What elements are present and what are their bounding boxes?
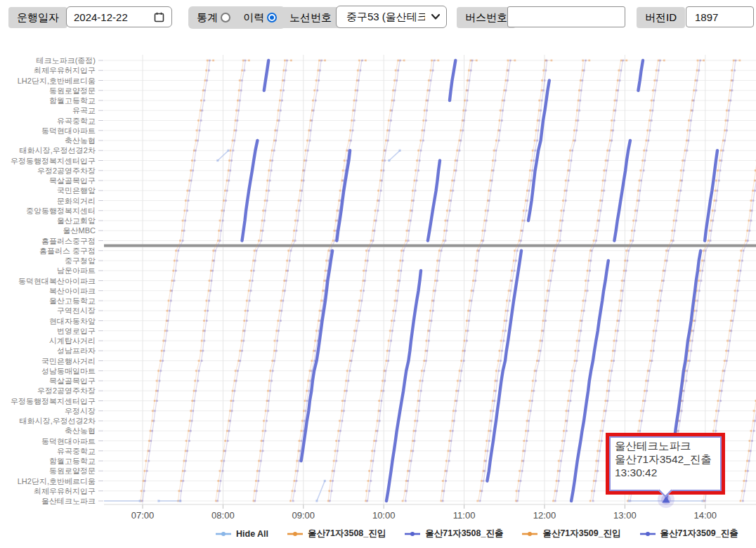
legend-item[interactable]: 울산71자3509_진입 [521, 528, 620, 540]
station-label: 목살골목입구 [0, 176, 96, 185]
station-label: 축산농협 [0, 136, 96, 145]
station-label: 동원로얄정문 [0, 466, 96, 476]
tooltip-series: 울산71자3542_진출 [615, 452, 716, 466]
station-label: 우정동행정복지센터입구 [0, 156, 96, 166]
legend-label: 울산71자3509_진출 [660, 528, 738, 540]
station-label: LH2단지,호반베르디움 [0, 76, 96, 86]
station-label: 울산교회앞 [0, 216, 96, 226]
legend-item[interactable]: 울산71자3509_진출 [639, 528, 738, 540]
legend-label: 울산71자3508_진출 [425, 528, 503, 540]
station-label: 번영로입구 [0, 326, 96, 336]
station-label: 문화의거리 [0, 196, 96, 206]
time-tick-label: 13:00 [602, 510, 647, 521]
time-tick-label: 14:00 [683, 510, 728, 521]
station-label: 국민은행앞 [0, 185, 96, 195]
legend-marker-icon [639, 530, 656, 538]
station-label: 남운아파트 [0, 266, 96, 275]
station-label: 중구청앞 [0, 256, 96, 266]
legend-label: 울산71자3508_진입 [308, 528, 386, 540]
time-tick-label: 11:00 [442, 510, 487, 521]
time-tick-label: 09:00 [281, 510, 326, 521]
legend-marker-icon [287, 530, 304, 538]
time-tick-label: 10:00 [361, 510, 406, 521]
station-label: 울산고등학교 [0, 296, 96, 306]
station-label: 유곡교 [0, 105, 96, 115]
station-label: 우정시장 [0, 406, 96, 416]
station-label: 축산농협 [0, 426, 96, 436]
tooltip-time: 13:30:42 [615, 466, 716, 479]
station-label: 최제우유허지입구 [0, 486, 96, 496]
legend-item[interactable]: Hide All [215, 529, 268, 539]
station-label: LH2단지,호반베르디움 [0, 476, 96, 486]
station-label: 울산MBC [0, 226, 96, 235]
station-label: 홈플러스중구점 [0, 236, 96, 246]
station-label: 태화시장,우정선경2차 [0, 416, 96, 426]
station-label: 현대자동차앞 [0, 316, 96, 326]
station-label: 목살골목입구 [0, 376, 96, 386]
station-label: 구역전시장 [0, 306, 96, 315]
station-label: 우정동행정복지센터입구 [0, 396, 96, 406]
station-label: 함월고등학교 [0, 96, 96, 105]
station-label: 태화시장,우정선경2차 [0, 145, 96, 155]
legend-marker-icon [521, 530, 538, 538]
legend-label: Hide All [236, 529, 268, 539]
legend-marker-icon [215, 530, 232, 538]
chart-legend: Hide All 울산71자3508_진입 울산71자3508_진출 울산71자… [215, 528, 756, 540]
station-label: 시계탑사거리 [0, 336, 96, 346]
station-label: 유곡중학교 [0, 116, 96, 126]
legend-item[interactable]: 울산71자3508_진입 [287, 528, 386, 540]
station-label: 복산아이파크 [0, 286, 96, 296]
station-label: 동원로얄정문 [0, 86, 96, 96]
station-label: 우정2공영주차장 [0, 386, 96, 396]
station-label: 국민은행사거리 [0, 356, 96, 366]
station-label: 함월고등학교 [0, 456, 96, 466]
bus-history-app: 운행일자 2024-12-22 통계 이력 노선번호 중구53 (울산테크노 [0, 0, 756, 548]
legend-marker-icon [404, 530, 421, 538]
station-label: 우정2공영주차장 [0, 166, 96, 176]
station-label: 성남동매일마트 [0, 366, 96, 376]
station-label: 중앙동행정복지센터 [0, 206, 96, 216]
station-label: 홈플러스 중구점 [0, 246, 96, 256]
station-label: 유곡중학교 [0, 446, 96, 456]
station-label: 울산테크노파크 [0, 496, 96, 506]
annotation-highlight-box: 울산테크노파크 울산71자3542_진출 13:30:42 [606, 433, 725, 495]
station-label: 동덕현대아파트 [0, 436, 96, 446]
station-label: 성남프라자 [0, 346, 96, 355]
tooltip-station: 울산테크노파크 [615, 439, 716, 452]
time-tick-label: 12:00 [522, 510, 567, 521]
time-tick-label: 08:00 [200, 510, 245, 521]
station-label: 테크노파크(종점) [0, 56, 96, 65]
station-label: 동덕현대복산아이파크 [0, 276, 96, 286]
time-tick-label: 07:00 [120, 510, 165, 521]
station-label: 동덕현대아파트 [0, 126, 96, 136]
station-label: 최제우유허지입구 [0, 65, 96, 75]
chart-tooltip: 울산테크노파크 울산71자3542_진출 13:30:42 [609, 436, 722, 491]
legend-label: 울산71자3509_진입 [542, 528, 620, 540]
legend-item[interactable]: 울산71자3508_진출 [404, 528, 503, 540]
